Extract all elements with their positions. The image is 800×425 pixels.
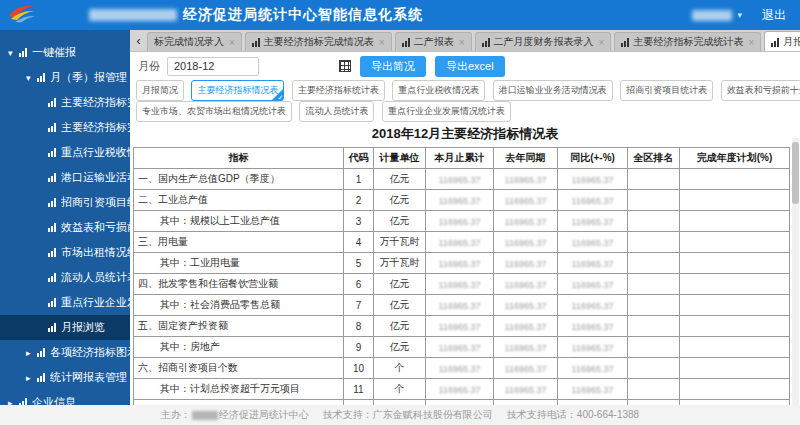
report-buttons-row-1: 月报简况 主要经济指标情况表✓ 主要经济指标统计表 重点行业税收情况表 港口运输… xyxy=(136,80,800,101)
tab-label: 标完成情况录入 xyxy=(154,35,224,49)
sidebar-item-floating-population[interactable]: 流动人员统计表 xyxy=(0,265,130,290)
tab-label: 二产报表 xyxy=(414,35,454,49)
chevron-right-icon[interactable]: ▸ xyxy=(8,398,19,406)
close-icon[interactable]: × xyxy=(229,37,235,48)
tab-completion-entry[interactable]: 标完成情况录入 × xyxy=(147,32,242,51)
tab-main-indicator-completion-table[interactable]: 主要经济指标完成情况表 × xyxy=(245,32,392,51)
table-row: 四、批发零售和住宿餐饮营业额 6 亿元 116965.37 116965.37 … xyxy=(134,274,790,295)
report-btn-monthly-brief[interactable]: 月报简况 xyxy=(136,80,184,101)
chevron-right-icon[interactable]: ▸ xyxy=(26,373,37,383)
report-btn-investment-projects[interactable]: 招商引资项目统计表 xyxy=(620,80,713,101)
sidebar-item-investment-projects[interactable]: 招商引资项目统计表 xyxy=(0,190,130,215)
month-input[interactable] xyxy=(167,57,259,76)
report-btn-market-rental[interactable]: 专业市场、农贸市场出租情况统计表 xyxy=(136,101,292,122)
unit-cell: 亿元 xyxy=(374,190,426,211)
last-year-cell: 116965.37 xyxy=(494,337,558,358)
report-btn-key-industry-tax[interactable]: 重点行业税收情况表 xyxy=(392,80,485,101)
code-cell: 2 xyxy=(344,190,374,211)
caret-down-icon[interactable]: ▾ xyxy=(737,10,742,20)
username-redacted[interactable] xyxy=(692,10,732,21)
tab-main-indicator-stat-table[interactable]: 主要经济指标完成统计表 × xyxy=(614,32,761,51)
table-row: 其中：规模以上工业总产值 3 亿元 116965.37 116965.37 11… xyxy=(134,211,790,232)
close-icon[interactable]: × xyxy=(748,37,754,48)
report-btn-main-indicator-stat[interactable]: 主要经济指标统计表 xyxy=(292,80,385,101)
sidebar-item-key-industry-tax[interactable]: 重点行业税收情况 xyxy=(0,140,130,165)
bar-chart-icon xyxy=(48,98,57,107)
sidebar-item-benefit-top10-loss[interactable]: 效益表和亏损前10... xyxy=(0,215,130,240)
check-icon: ✓ xyxy=(278,94,284,101)
tab-secondary-industry-report[interactable]: 二产报表 × xyxy=(395,32,472,51)
yoy-cell: 116965.37 xyxy=(558,190,628,211)
close-icon[interactable]: × xyxy=(459,37,465,48)
cumulative-cell: 116965.37 xyxy=(426,295,494,316)
yoy-cell: 116965.37 xyxy=(558,295,628,316)
cumulative-cell: 116965.37 xyxy=(426,379,494,400)
unit-cell: 个 xyxy=(374,358,426,379)
rank-cell xyxy=(628,358,680,379)
rank-cell xyxy=(628,211,680,232)
report-btn-key-enterprise-development[interactable]: 重点行业企业发展情况统计表 xyxy=(382,101,511,122)
tab-label: 二产月度财务报表录入 xyxy=(494,35,594,49)
sidebar-item-stat-web-report-mgmt[interactable]: ▸ 统计网报表管理 xyxy=(0,365,130,390)
footer: 主办：经济促进局统计中心 技术支持：广东金赋科技股份有限公司 技术支持电话：40… xyxy=(0,405,800,425)
cumulative-cell: 116965.37 xyxy=(426,253,494,274)
indicator-cell: 三、用电量 xyxy=(134,232,344,253)
scrollbar-thumb[interactable] xyxy=(792,142,799,204)
header-last-year: 去年同期 xyxy=(494,148,558,169)
sidebar-item-enterprise-info[interactable]: ▸ 企业信息 xyxy=(0,390,130,405)
rank-cell xyxy=(628,169,680,190)
report-btn-port-transport-activity[interactable]: 港口运输业业务活动情况表 xyxy=(493,80,613,101)
sidebar-item-one-key-urge-report[interactable]: ▾ 一键催报 xyxy=(0,40,130,65)
indicator-cell: 其中：工业用电量 xyxy=(134,253,344,274)
header-district-rank: 全区排名 xyxy=(628,148,680,169)
yoy-cell: 116965.37 xyxy=(558,379,628,400)
rank-cell xyxy=(628,295,680,316)
export-excel-button[interactable]: 导出excel xyxy=(435,56,505,77)
close-icon[interactable]: × xyxy=(599,37,605,48)
bar-chart-icon xyxy=(402,38,411,47)
table-row: 其中：计划总投资超千万元项目 11 个 116965.37 116965.37 … xyxy=(134,379,790,400)
export-brief-button[interactable]: 导出简况 xyxy=(360,56,426,77)
sidebar-item-monthly-quarterly-report-mgmt[interactable]: ▾ 月（季）报管理 xyxy=(0,65,130,90)
rank-cell xyxy=(628,232,680,253)
plan-cell xyxy=(680,316,790,337)
sidebar-item-monthly-report-view[interactable]: 月报浏览 xyxy=(0,315,130,340)
chevron-down-icon[interactable]: ▾ xyxy=(26,73,37,83)
cumulative-cell: 116965.37 xyxy=(426,211,494,232)
unit-cell: 亿元 xyxy=(374,295,426,316)
sidebar-item-label: 主要经济指标完成... xyxy=(61,95,130,110)
yoy-cell: 116965.37 xyxy=(558,337,628,358)
sidebar-item-main-indicators-2[interactable]: 主要经济指标完成... xyxy=(0,115,130,140)
report-btn-benefit-top10-loss[interactable]: 效益表和亏损前十企业 xyxy=(721,80,800,101)
sidebar-item-main-indicators-1[interactable]: 主要经济指标完成... xyxy=(0,90,130,115)
report-btn-floating-population[interactable]: 流动人员统计表 xyxy=(299,101,374,122)
sidebar-item-label: 招商引资项目统计表 xyxy=(61,195,130,210)
date-grid-picker-icon[interactable] xyxy=(339,60,351,72)
tab-scroll-left-button[interactable]: ‹ xyxy=(130,30,147,51)
cumulative-cell: 116965.37 xyxy=(426,358,494,379)
table-row: 二、工业总产值 2 亿元 116965.37 116965.37 116965.… xyxy=(134,190,790,211)
sidebar-item-key-enterprise-development[interactable]: 重点行业企业发展... xyxy=(0,290,130,315)
code-cell: 6 xyxy=(344,274,374,295)
logout-button[interactable]: 退出 xyxy=(762,7,786,24)
chevron-right-icon[interactable]: ▸ xyxy=(26,348,37,358)
cumulative-cell: 116965.37 xyxy=(426,190,494,211)
table-row: 一、国内生产总值GDP（季度） 1 亿元 116965.37 116965.37… xyxy=(134,169,790,190)
chevron-down-icon[interactable]: ▾ xyxy=(8,48,19,58)
sidebar-item-label: 统计网报表管理 xyxy=(50,370,127,385)
report-btn-main-indicator-situation[interactable]: 主要经济指标情况表✓ xyxy=(191,80,284,101)
sidebar-item-port-transport[interactable]: 港口运输业活动情... xyxy=(0,165,130,190)
topbar: 经济促进局统计中心智能信息化系统 ▾ 退出 xyxy=(0,0,800,30)
code-cell: 7 xyxy=(344,295,374,316)
tab-monthly-finance-entry[interactable]: 二产月度财务报表录入 × xyxy=(475,32,612,51)
plan-cell xyxy=(680,190,790,211)
sidebar-item-market-rental[interactable]: 市场出租情况统计表 xyxy=(0,240,130,265)
sidebar-item-indicator-charts[interactable]: ▸ 各项经济指标图示 xyxy=(0,340,130,365)
unit-cell: 亿元 xyxy=(374,316,426,337)
sidebar-item-label: 效益表和亏损前10... xyxy=(61,220,130,235)
tab-monthly-report-view[interactable]: 月报浏览 × xyxy=(764,31,800,52)
vertical-scrollbar[interactable] xyxy=(792,138,799,405)
close-icon[interactable]: × xyxy=(379,37,385,48)
last-year-cell: 116965.37 xyxy=(494,274,558,295)
sidebar-item-label: 港口运输业活动情... xyxy=(61,170,130,185)
